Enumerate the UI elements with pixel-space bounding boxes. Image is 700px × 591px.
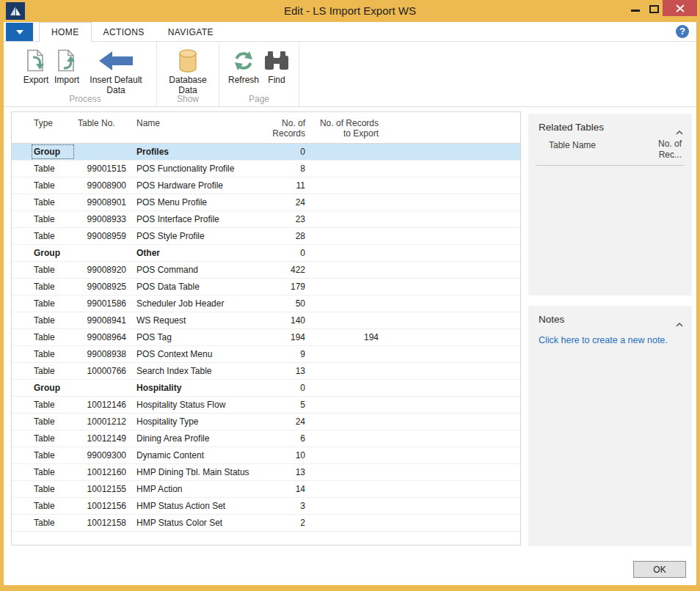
table-row[interactable]: GroupHospitality0 bbox=[12, 380, 520, 397]
create-note-link[interactable]: Click here to create a new note. bbox=[528, 331, 692, 350]
cell-table-no[interactable]: 99001586 bbox=[75, 296, 131, 312]
column-header-table-no[interactable]: Table No. bbox=[75, 118, 131, 143]
table-row[interactable]: Table99008938POS Context Menu9 bbox=[12, 346, 520, 363]
cell-type[interactable]: Table bbox=[31, 414, 75, 430]
cell-to-export[interactable] bbox=[314, 498, 387, 514]
cell-type[interactable]: Table bbox=[31, 312, 75, 328]
cell-to-export[interactable] bbox=[314, 430, 387, 447]
cell-table-no[interactable] bbox=[75, 245, 131, 261]
cell-name[interactable]: Hospitality bbox=[131, 380, 261, 396]
minimize-button[interactable] bbox=[631, 10, 640, 12]
cell-name[interactable]: HMP Status Action Set bbox=[131, 498, 261, 514]
cell-to-export[interactable] bbox=[314, 414, 387, 430]
table-row[interactable]: Table99008901POS Menu Profile24 bbox=[12, 194, 520, 211]
collapse-chevron-icon[interactable] bbox=[676, 317, 683, 330]
cell-to-export[interactable] bbox=[314, 346, 387, 362]
cell-type[interactable]: Table bbox=[31, 194, 75, 210]
column-header-no-of-rec[interactable]: No. of Rec... bbox=[658, 139, 682, 161]
cell-name[interactable]: POS Command bbox=[131, 262, 261, 278]
cell-records[interactable]: 11 bbox=[261, 177, 314, 194]
table-row[interactable]: Table10012146Hospitality Status Flow5 bbox=[12, 397, 520, 414]
cell-records[interactable]: 3 bbox=[261, 498, 314, 514]
cell-table-no[interactable]: 99001515 bbox=[75, 161, 131, 177]
table-row[interactable]: Table99008964POS Tag194194 bbox=[12, 329, 520, 346]
cell-to-export[interactable] bbox=[314, 161, 387, 177]
cell-type[interactable]: Table bbox=[31, 346, 75, 362]
cell-name[interactable]: Scheduler Job Header bbox=[131, 296, 261, 312]
cell-to-export[interactable] bbox=[314, 481, 387, 497]
cell-to-export[interactable] bbox=[314, 397, 387, 413]
cell-type[interactable]: Table bbox=[31, 397, 75, 413]
column-header-records-to-export[interactable]: No. of Records to Export bbox=[314, 118, 387, 143]
cell-table-no[interactable]: 99008959 bbox=[75, 228, 131, 244]
table-row[interactable]: Table99009300Dynamic Content10 bbox=[12, 447, 520, 464]
cell-type[interactable]: Table bbox=[31, 279, 75, 295]
collapse-chevron-icon[interactable] bbox=[676, 125, 683, 138]
cell-to-export[interactable] bbox=[314, 245, 387, 261]
table-row[interactable]: Table10012158HMP Status Color Set2 bbox=[12, 515, 520, 532]
cell-table-no[interactable]: 99008941 bbox=[75, 312, 131, 328]
cell-table-no[interactable]: 10012156 bbox=[75, 498, 131, 514]
export-button[interactable]: Export bbox=[21, 45, 51, 87]
cell-name[interactable]: HMP Dining Tbl. Main Status bbox=[131, 464, 261, 480]
cell-to-export[interactable] bbox=[314, 177, 387, 194]
table-row[interactable]: Table99001515POS Functionality Profile8 bbox=[12, 161, 520, 177]
cell-type[interactable]: Group bbox=[31, 380, 75, 396]
table-row[interactable]: Table99008933POS Interface Profile23 bbox=[12, 211, 520, 228]
cell-records[interactable]: 2 bbox=[261, 515, 314, 531]
help-icon[interactable]: ? bbox=[676, 25, 689, 38]
cell-name[interactable]: Profiles bbox=[131, 144, 261, 160]
table-row[interactable]: GroupOther0 bbox=[12, 245, 520, 262]
cell-type[interactable]: Table bbox=[31, 430, 75, 447]
cell-type[interactable]: Table bbox=[31, 211, 75, 227]
cell-records[interactable]: 24 bbox=[261, 414, 314, 430]
tab-navigate[interactable]: NAVIGATE bbox=[156, 22, 225, 42]
cell-to-export[interactable] bbox=[314, 194, 387, 210]
cell-records[interactable]: 23 bbox=[261, 211, 314, 227]
cell-table-no[interactable]: 10000766 bbox=[75, 363, 131, 379]
application-menu-button[interactable] bbox=[6, 23, 33, 41]
cell-table-no[interactable]: 99008925 bbox=[75, 279, 131, 295]
cell-type[interactable]: Group bbox=[31, 144, 75, 160]
cell-type[interactable]: Table bbox=[31, 464, 75, 480]
cell-type[interactable]: Table bbox=[31, 363, 75, 379]
table-row[interactable]: Table99008959POS Style Profile28 bbox=[12, 228, 520, 245]
cell-name[interactable]: POS Interface Profile bbox=[131, 211, 261, 227]
cell-records[interactable]: 422 bbox=[261, 262, 314, 278]
cell-to-export[interactable] bbox=[314, 515, 387, 531]
cell-name[interactable]: POS Functionality Profile bbox=[131, 161, 261, 177]
cell-table-no[interactable]: 10012155 bbox=[75, 481, 131, 497]
cell-records[interactable]: 6 bbox=[261, 430, 314, 447]
column-header-name[interactable]: Name bbox=[131, 118, 261, 143]
maximize-button[interactable] bbox=[649, 5, 659, 13]
insert-default-data-button[interactable]: Insert Default Data bbox=[82, 45, 150, 97]
cell-table-no[interactable]: 10012146 bbox=[75, 397, 131, 413]
cell-table-no[interactable]: 99008900 bbox=[75, 177, 131, 194]
cell-type[interactable]: Table bbox=[31, 177, 75, 194]
cell-table-no[interactable]: 99008920 bbox=[75, 262, 131, 278]
column-header-type[interactable]: Type bbox=[31, 118, 75, 143]
cell-records[interactable]: 50 bbox=[261, 296, 314, 312]
cell-name[interactable]: Search Index Table bbox=[131, 363, 261, 379]
cell-to-export[interactable] bbox=[314, 312, 387, 328]
cell-to-export[interactable] bbox=[314, 464, 387, 480]
cell-name[interactable]: POS Style Profile bbox=[131, 228, 261, 244]
cell-type[interactable]: Table bbox=[31, 329, 75, 345]
cell-table-no[interactable]: 99009300 bbox=[75, 447, 131, 463]
cell-records[interactable]: 24 bbox=[261, 194, 314, 210]
cell-table-no[interactable] bbox=[75, 144, 131, 160]
cell-to-export[interactable] bbox=[314, 262, 387, 278]
ok-button[interactable]: OK bbox=[633, 561, 686, 578]
cell-type[interactable]: Table bbox=[31, 161, 75, 177]
cell-records[interactable]: 13 bbox=[261, 464, 314, 480]
cell-name[interactable]: POS Context Menu bbox=[131, 346, 261, 362]
cell-name[interactable]: Dining Area Profile bbox=[131, 430, 261, 447]
cell-table-no[interactable] bbox=[75, 380, 131, 396]
table-row[interactable]: Table10000766Search Index Table13 bbox=[12, 363, 520, 380]
refresh-button[interactable]: Refresh bbox=[226, 45, 261, 87]
cell-table-no[interactable]: 99008901 bbox=[75, 194, 131, 210]
cell-name[interactable]: HMP Status Color Set bbox=[131, 515, 261, 531]
cell-records[interactable]: 0 bbox=[261, 380, 314, 396]
column-header-no-of-records[interactable]: No. of Records bbox=[261, 118, 314, 143]
cell-type[interactable]: Group bbox=[31, 245, 75, 261]
